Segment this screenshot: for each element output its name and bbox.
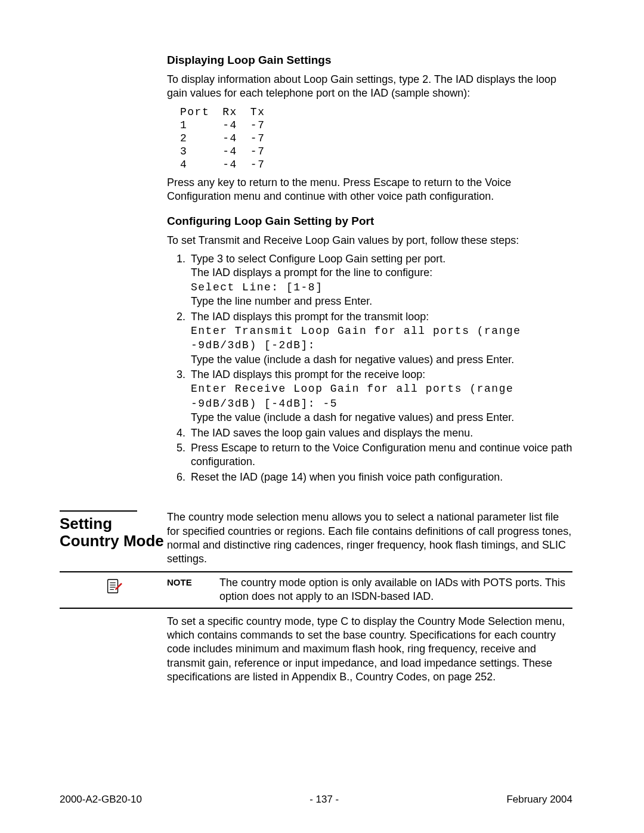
paragraph: To set a specific country mode, type C t… [167, 615, 572, 685]
table-row: 1-4-7 [180, 119, 278, 132]
paragraph: Press any key to return to the menu. Pre… [167, 176, 572, 204]
table-row: 2-4-7 [180, 132, 278, 145]
steps-list: Type 3 to select Configure Loop Gain set… [167, 252, 572, 484]
terminal-prompt: Select Line: [1-8] [191, 281, 323, 293]
footer-doc-id: 2000-A2-GB20-10 [60, 794, 142, 806]
note-label: NOTE [167, 576, 219, 587]
table-row: Port Rx Tx [180, 106, 278, 119]
list-item: The IAD displays this prompt for the rec… [188, 368, 572, 425]
col-tx: Tx [250, 106, 278, 119]
terminal-prompt: Enter Transmit Loop Gain for all ports (… [191, 325, 521, 351]
list-item: Type 3 to select Configure Loop Gain set… [188, 252, 572, 309]
list-item: The IAD displays this prompt for the tra… [188, 310, 572, 367]
page-footer: 2000-A2-GB20-10 - 137 - February 2004 [60, 794, 572, 806]
svg-rect-0 [108, 580, 118, 593]
footer-page-number: - 137 - [309, 794, 339, 806]
step-text: Type 3 to select Configure Loop Gain set… [191, 253, 445, 265]
list-item: The IAD saves the loop gain values and d… [188, 426, 572, 440]
note-block: NOTE The country mode option is only ava… [60, 571, 572, 609]
paragraph: To set Transmit and Receive Loop Gain va… [167, 234, 572, 247]
step-text: The IAD displays this prompt for the rec… [191, 368, 425, 380]
col-rx: Rx [222, 106, 250, 119]
note-text: The country mode option is only availabl… [219, 576, 572, 604]
list-item: Press Escape to return to the Voice Conf… [188, 441, 572, 469]
step-text: Type the line number and press Enter. [191, 295, 372, 307]
list-item: Reset the IAD (page 14) when you finish … [188, 470, 572, 484]
paragraph: The country mode selection menu allows y… [167, 510, 572, 566]
heading-configuring-loop-gain: Configuring Loop Gain Setting by Port [167, 215, 572, 228]
table-row: 3-4-7 [180, 145, 278, 158]
side-heading-country-mode: Setting Country Mode [60, 515, 167, 549]
heading-displaying-loop-gain: Displaying Loop Gain Settings [167, 54, 572, 67]
step-text: The IAD displays this prompt for the tra… [191, 311, 429, 323]
step-text: Type the value (include a dash for negat… [191, 354, 514, 366]
port-gain-table: Port Rx Tx 1-4-7 2-4-7 3-4-7 4-4-7 [180, 106, 278, 171]
note-icon [104, 577, 122, 598]
step-text: Type the value (include a dash for negat… [191, 411, 514, 423]
col-port: Port [180, 106, 222, 119]
terminal-prompt: Enter Receive Loop Gain for all ports (r… [191, 383, 513, 409]
paragraph: To display information about Loop Gain s… [167, 73, 572, 101]
table-row: 4-4-7 [180, 158, 278, 171]
footer-date: February 2004 [506, 794, 572, 806]
side-rule [60, 510, 137, 512]
step-text: The IAD displays a prompt for the line t… [191, 267, 432, 278]
